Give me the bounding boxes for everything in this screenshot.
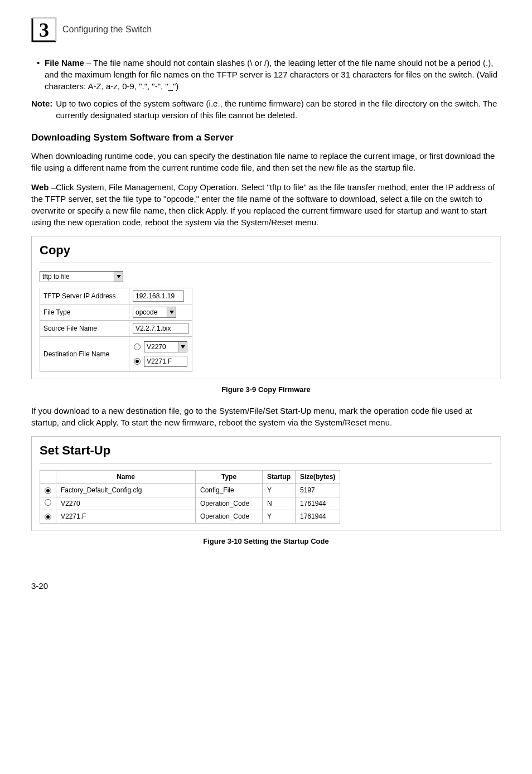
dest-new-value: V2271.F	[147, 357, 172, 366]
dest-radio-existing[interactable]	[134, 344, 141, 350]
transfer-method-select[interactable]: tftp to file	[40, 271, 123, 282]
bullet-label: File Name	[45, 58, 84, 67]
copy-panel: Copy tftp to file TFTP Server IP Address…	[31, 236, 501, 379]
col-size: Size(bytes)	[296, 470, 340, 483]
para2-rest: –Click System, File Management, Copy Ope…	[31, 182, 495, 227]
table-row: Destination File Name V2270	[40, 337, 192, 372]
row-name: V2271.F	[56, 510, 196, 524]
table-row: Source File Name V2.2.7.1.bix	[40, 321, 192, 337]
paragraph-3: If you download to a new destination fil…	[31, 405, 501, 428]
row-type: Operation_Code	[196, 497, 263, 510]
source-file-input[interactable]: V2.2.7.1.bix	[133, 323, 188, 334]
col-name: Name	[56, 470, 196, 483]
row-type: Config_File	[196, 483, 263, 497]
bullet-text: – The file name should not contain slash…	[45, 58, 497, 91]
svg-marker-0	[117, 275, 121, 278]
table-row: V2271.F Operation_Code Y 1761944	[40, 510, 340, 524]
panel-divider	[40, 463, 492, 463]
filetype-select[interactable]: opcode	[133, 307, 176, 318]
subheading: Downloading System Software from a Serve…	[31, 131, 501, 144]
row-size: 1761944	[296, 510, 340, 524]
row-startup: Y	[263, 510, 296, 524]
table-header-row: Name Type Startup Size(bytes)	[40, 470, 340, 483]
note-label: Note:	[31, 98, 52, 121]
ip-input[interactable]: 192.168.1.19	[133, 291, 184, 302]
row-name: V2270	[56, 497, 196, 510]
bullet-dot: •	[37, 57, 45, 69]
paragraph-1: When downloading runtime code, you can s…	[31, 150, 501, 173]
row-radio[interactable]	[45, 499, 51, 506]
dest-existing-select[interactable]: V2270	[144, 341, 187, 352]
dest-existing-value: V2270	[147, 342, 166, 352]
row-startup: N	[263, 497, 296, 510]
table-row: V2270 Operation_Code N 1761944	[40, 497, 340, 510]
transfer-method-value: tftp to file	[42, 272, 70, 282]
col-select	[40, 470, 56, 483]
ip-value: 192.168.1.19	[136, 292, 175, 301]
page-number: 3-20	[31, 580, 501, 592]
copy-settings-table: TFTP Server IP Address 192.168.1.19 File…	[40, 288, 192, 372]
svg-marker-2	[181, 345, 185, 349]
chevron-down-icon	[114, 272, 123, 282]
table-row: File Type opcode	[40, 304, 192, 321]
startup-table: Name Type Startup Size(bytes) Factory_De…	[40, 470, 340, 524]
note-text: Up to two copies of the system software …	[56, 98, 501, 121]
row-type: Operation_Code	[196, 510, 263, 524]
table-row: TFTP Server IP Address 192.168.1.19	[40, 288, 192, 304]
startup-panel-title: Set Start-Up	[40, 442, 492, 459]
table-row: Factory_Default_Config.cfg Config_File Y…	[40, 483, 340, 497]
col-startup: Startup	[263, 470, 296, 483]
copy-panel-title: Copy	[40, 242, 492, 259]
web-prefix: Web	[31, 182, 49, 192]
ip-label: TFTP Server IP Address	[40, 288, 129, 304]
figure-caption-2: Figure 3-10 Setting the Startup Code	[31, 536, 501, 546]
startup-panel: Set Start-Up Name Type Startup Size(byte…	[31, 436, 501, 531]
row-name: Factory_Default_Config.cfg	[56, 483, 196, 497]
source-file-value: V2.2.7.1.bix	[136, 324, 171, 333]
col-type: Type	[196, 470, 263, 483]
dest-label: Destination File Name	[40, 337, 129, 372]
chapter-number-glyph: 3	[39, 19, 49, 41]
dest-radio-new[interactable]	[134, 358, 141, 365]
note-block: Note: Up to two copies of the system sof…	[31, 98, 501, 121]
file-name-bullet: • File Name – The file name should not c…	[45, 57, 501, 92]
chevron-down-icon	[167, 307, 176, 317]
row-radio[interactable]	[45, 514, 51, 520]
row-startup: Y	[263, 483, 296, 497]
svg-marker-1	[170, 311, 174, 314]
filetype-value: opcode	[136, 308, 157, 317]
figure-caption-1: Figure 3-9 Copy Firmware	[31, 385, 501, 395]
panel-divider	[40, 263, 492, 263]
row-size: 1761944	[296, 497, 340, 510]
row-radio[interactable]	[45, 487, 51, 494]
filetype-label: File Type	[40, 304, 129, 321]
source-label: Source File Name	[40, 321, 129, 337]
section-title: Configuring the Switch	[62, 23, 152, 36]
chevron-down-icon	[178, 342, 187, 352]
page-header: 3 Configuring the Switch	[31, 17, 501, 42]
paragraph-2: Web –Click System, File Management, Copy…	[31, 181, 501, 228]
dest-new-input[interactable]: V2271.F	[144, 356, 187, 367]
row-size: 5197	[296, 483, 340, 497]
chapter-icon: 3	[31, 17, 57, 42]
